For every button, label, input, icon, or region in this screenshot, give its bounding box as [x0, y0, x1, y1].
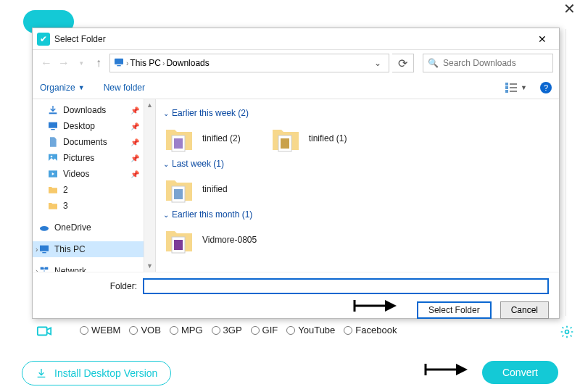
format-radio-vob[interactable]: VOB [129, 325, 160, 335]
organize-menu[interactable]: Organize ▼ [40, 83, 85, 93]
app-icon: ✔ [37, 33, 50, 46]
refresh-button[interactable]: ⟳ [392, 54, 414, 72]
svg-rect-19 [42, 252, 46, 253]
expand-icon[interactable]: › [36, 246, 38, 254]
svg-marker-2 [456, 364, 468, 375]
install-label: Install Desktop Version [54, 367, 157, 379]
nav-item-pictures[interactable]: Pictures📌 [33, 150, 155, 166]
breadcrumb-thispc[interactable]: This PC [130, 58, 161, 68]
pin-icon: 📌 [130, 122, 139, 130]
address-dropdown-button[interactable]: ⌄ [370, 58, 386, 68]
nav-item-videos[interactable]: Videos📌 [33, 166, 155, 182]
desktop-icon [47, 120, 59, 132]
dialog-title: Select Folder [54, 34, 530, 44]
chevron-down-icon: ⌄ [163, 160, 169, 168]
documents-icon [47, 136, 59, 148]
svg-rect-4 [117, 65, 120, 66]
convert-button[interactable]: Convert [482, 361, 558, 384]
annotation-arrow-select [353, 296, 397, 319]
nav-back-button[interactable]: ← [38, 55, 54, 71]
folder-item[interactable]: tinified (2) [163, 122, 241, 154]
nav-item-3[interactable]: 3 [33, 198, 155, 214]
pictures-icon [47, 152, 59, 164]
scroll-down-icon[interactable]: ▼ [144, 260, 155, 272]
svg-rect-30 [174, 240, 183, 250]
group-header[interactable]: ⌄Last week (1) [163, 159, 552, 169]
format-radio-3gp[interactable]: 3GP [212, 325, 242, 335]
folder-icon [163, 173, 195, 205]
svg-rect-0 [38, 328, 47, 335]
dialog-close-button[interactable]: ✕ [530, 30, 555, 48]
svg-rect-8 [510, 87, 517, 88]
folder-item[interactable]: tinified [163, 173, 228, 205]
nav-item-2[interactable]: 2 [33, 182, 155, 198]
svg-point-17 [40, 226, 49, 231]
format-radio-facebook[interactable]: Facebook [344, 325, 397, 335]
pin-icon: 📌 [130, 107, 139, 114]
install-desktop-button[interactable]: Install Desktop Version [22, 361, 171, 385]
content-pane: ⌄Earlier this week (2)tinified (2)tinifi… [156, 99, 559, 272]
format-radio-webm[interactable]: WEBM [80, 325, 120, 335]
dialog-titlebar: ✔ Select Folder ✕ [33, 28, 559, 50]
nav-pane: Downloads📌Desktop📌Documents📌Pictures📌Vid… [33, 99, 156, 272]
format-radio-gif[interactable]: GIF [251, 325, 278, 335]
search-input[interactable] [443, 58, 552, 68]
select-folder-button[interactable]: Select Folder [417, 301, 492, 319]
nav-item-thispc[interactable]: ›This PC [33, 241, 155, 257]
svg-point-15 [51, 156, 53, 158]
svg-rect-24 [174, 138, 183, 149]
search-icon: 🔍 [428, 58, 439, 68]
format-radio-youtube[interactable]: YouTube [286, 325, 335, 335]
folder-icon [270, 122, 302, 154]
svg-marker-31 [385, 300, 397, 312]
folder-item[interactable]: Vidmore-0805 [163, 224, 257, 256]
expand-icon[interactable]: › [36, 267, 38, 272]
download-icon [36, 367, 47, 379]
nav-item-desktop[interactable]: Desktop📌 [33, 118, 155, 134]
nav-item-documents[interactable]: Documents📌 [33, 134, 155, 150]
breadcrumb-sep: › [162, 59, 165, 67]
svg-point-1 [566, 330, 569, 334]
scroll-up-icon[interactable]: ▲ [144, 99, 155, 111]
nav-row: ← → ▾ ↑ › This PC › Downloads ⌄ ⟳ 🔍 [33, 50, 559, 76]
address-bar[interactable]: › This PC › Downloads ⌄ [109, 54, 389, 72]
onedrive-icon [38, 222, 50, 233]
view-options-button[interactable]: ▼ [505, 83, 527, 93]
search-box[interactable]: 🔍 [423, 54, 553, 72]
chevron-down-icon: ⌄ [163, 109, 169, 117]
divider [566, 29, 566, 316]
nav-item-onedrive[interactable]: OneDrive [33, 220, 155, 235]
svg-rect-5 [505, 83, 508, 86]
breadcrumb-downloads[interactable]: Downloads [166, 58, 209, 68]
download-icon [47, 104, 59, 116]
svg-rect-26 [281, 138, 289, 149]
annotation-arrow-convert [424, 359, 468, 383]
folder-icon [47, 200, 59, 212]
svg-rect-20 [41, 267, 44, 270]
nav-item-network[interactable]: ›Network [33, 263, 155, 272]
nav-forward-button[interactable]: → [56, 55, 72, 71]
svg-rect-10 [510, 91, 517, 92]
nav-up-button[interactable]: ↑ [91, 55, 107, 71]
pin-icon: 📌 [130, 154, 139, 162]
nav-recent-button[interactable]: ▾ [73, 55, 89, 71]
svg-rect-28 [174, 189, 183, 199]
folder-input[interactable] [143, 278, 549, 294]
group-header[interactable]: ⌄Earlier this week (2) [163, 108, 552, 118]
folder-label: Folder: [43, 281, 137, 291]
close-icon[interactable]: ✕ [563, 0, 576, 17]
nav-scrollbar[interactable]: ▲ ▼ [144, 99, 155, 272]
new-folder-button[interactable]: New folder [104, 83, 145, 93]
pc-icon [113, 57, 125, 70]
nav-arrows: ← → ▾ ↑ [38, 55, 107, 71]
help-button[interactable]: ? [540, 82, 552, 93]
group-header[interactable]: ⌄Earlier this month (1) [163, 209, 552, 220]
settings-icon[interactable] [560, 325, 574, 342]
svg-rect-7 [505, 86, 508, 89]
folder-item[interactable]: tinified (1) [270, 122, 347, 154]
format-radio-mpg[interactable]: MPG [170, 325, 203, 335]
folder-icon [47, 184, 59, 196]
nav-item-downloads[interactable]: Downloads📌 [33, 102, 155, 118]
svg-rect-13 [51, 129, 54, 130]
cancel-button[interactable]: Cancel [500, 301, 549, 319]
